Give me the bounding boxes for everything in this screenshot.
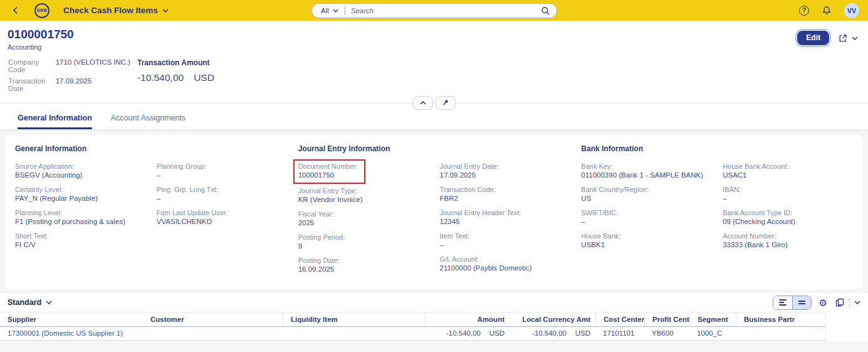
bell-icon [822,6,832,16]
field-label: Bank Account Type ID: [723,208,852,217]
amount-value: -10.540,00 [446,329,481,337]
search-divider [345,7,345,15]
column-header-local-currency-amt[interactable]: Local Currency Amt [510,312,595,327]
pin-icon [441,99,450,107]
chevron-down-icon [333,9,338,13]
view-variant-name: Standard [8,298,41,307]
page-subtitle: Accounting [8,43,74,51]
local-amount-currency: USD [567,329,595,337]
search-input[interactable] [351,7,541,14]
object-header-content: Company Code 1710 (VELOTICS INC.) Transa… [0,51,868,92]
search-button[interactable] [541,6,550,16]
chevron-up-icon [420,101,426,105]
table-settings-button[interactable]: ⚙ [819,298,827,307]
cell-local-currency-amt: -10.540,00 USD [510,327,595,341]
cell-empty [795,327,826,341]
field-value: F1 (Posting of purchasing & sales) [15,217,144,227]
list-view-button[interactable] [773,296,792,309]
field-value: 12345 [439,217,568,227]
field-label: Fiscal Year: [298,210,427,218]
search-scope-select[interactable]: All [321,7,338,14]
field-label: Item Text: [439,232,568,240]
chevron-down-icon [852,36,858,40]
form-field: Planning Group: – [157,162,286,180]
field-label: Source Application: [15,162,144,171]
column-header-amount[interactable]: Amount [425,312,510,327]
column-header-liquidity-item[interactable]: Liquidity Item [283,312,425,327]
column-header-customer[interactable]: Customer [143,312,283,327]
field-label: IBAN: [723,185,852,194]
column-header-business-partner[interactable]: Business Partner [736,312,795,327]
field-value: PAY_N (Regular Payable) [15,194,144,203]
tab-general-information[interactable]: General Information [18,114,92,129]
field-value: 2025 [298,218,427,228]
back-chevron-icon [13,6,18,14]
search-scope-value: All [321,7,329,14]
chevron-down-icon [162,9,169,13]
cell-amount: -10.540,00 USD [425,327,510,341]
tab-account-assignments[interactable]: Account Assignments [111,114,186,129]
export-menu[interactable] [835,297,860,307]
column-header-supplier[interactable]: Supplier [0,312,143,327]
view-variant-selector[interactable]: Standard [8,298,52,307]
company-logo[interactable]: SRB [34,3,50,18]
field-value: 17.09.2025 [439,171,568,180]
section-heading-spacer [439,144,568,155]
form-field: Account Number: 33333 (Bank 1 Giro) [723,232,852,250]
form-field: Bank Country/Region: US [581,185,710,203]
form-field: Journal Entry Type: KR (Vendor Invoice) [298,186,427,205]
field-label: Transaction Code: [439,185,568,194]
share-menu[interactable] [838,33,858,43]
field-label: Bank Key: [581,162,710,171]
table-toolbar: Standard ⚙ [0,293,868,312]
shell-bar: SRB Check Cash Flow Items All ? [0,0,868,21]
column-header-cost-center[interactable]: Cost Center [595,312,644,327]
edit-button[interactable]: Edit [797,31,829,45]
field-label: Journal Entry Date: [439,162,568,171]
form-field: Item Text: – [439,232,568,250]
search-pill: All [311,3,557,18]
cell-supplier: 17300001 (Domestic US Supplier 1) [0,327,143,341]
form-field: Certainty Level: PAY_N (Regular Payable) [15,185,144,203]
cell-customer [143,327,283,341]
column-header-segment[interactable]: Segment [689,312,736,327]
pin-header-button[interactable] [436,96,456,110]
condensed-view-button[interactable] [792,296,811,309]
cell-segment: 1000_C [689,327,736,341]
field-label: Bank Country/Region: [581,185,710,194]
collapse-header-button[interactable] [413,96,433,110]
form-field: Bank Key: 011000390 (Bank 1 - SAMPLE BAN… [581,162,710,180]
back-button[interactable] [11,5,19,16]
user-avatar[interactable]: VV [844,3,859,18]
help-icon: ? [802,7,806,14]
field-label: Short Text: [15,232,144,240]
field-value: FBR2 [439,194,568,203]
supplier-link[interactable]: 17300001 (Domestic US Supplier 1) [8,329,123,337]
form-column: Journal Entry Date: 17.09.2025 Transacti… [439,144,568,279]
shell-search: All [311,3,557,18]
table-actions: ⚙ [773,296,860,310]
field-value: – [157,171,286,180]
cell-cost-center: 17101101 [595,327,644,341]
field-value: USBK1 [581,240,710,250]
notifications-button[interactable] [822,6,832,16]
field-value: KR (Vendor Invoice) [298,195,427,205]
app-title-menu[interactable]: Check Cash Flow Items [63,6,169,15]
form-column: House Bank Account: USAC1 IBAN: – Bank A… [723,144,852,279]
column-header-profit-center[interactable]: Profit Center [644,312,689,327]
content-band: General Information Source Application: … [0,130,868,293]
section-heading: Journal Entry Information [298,144,427,155]
section-heading-spacer [723,144,852,155]
local-amount-value: -10.540,00 [532,329,567,337]
field-label: Fqm Last Update User: [157,208,286,217]
items-table-panel: Standard ⚙ [0,293,868,341]
form-field: Short Text: FI C/V [15,232,144,250]
help-button[interactable]: ? [799,6,809,16]
field-value: – [439,240,568,250]
field-label: Planning Level: [15,208,144,217]
field-value: FI C/V [15,240,144,250]
section-heading: Bank Information [581,144,710,155]
field-label: Company Code [8,58,46,73]
form-field: House Bank Account: USAC1 [723,162,852,180]
form-field: House Bank: USBK1 [581,232,710,250]
